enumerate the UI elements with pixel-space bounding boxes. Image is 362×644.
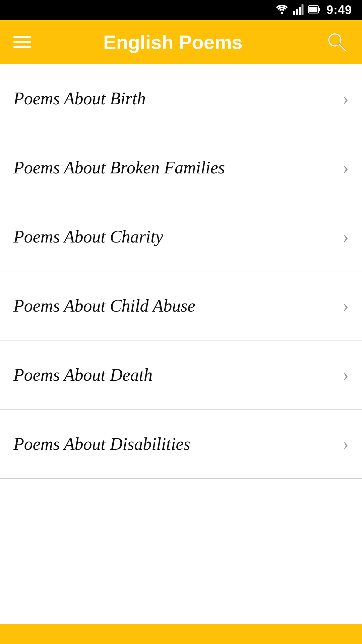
- poem-list: Poems About Birth›Poems About Broken Fam…: [0, 64, 362, 479]
- toolbar: English Poems: [0, 20, 362, 64]
- svg-line-11: [339, 44, 345, 50]
- chevron-right-icon: ›: [343, 297, 349, 315]
- list-item-label: Poems About Charity: [13, 227, 163, 247]
- list-item-label: Poems About Broken Families: [13, 158, 225, 177]
- list-item-label: Poems About Death: [13, 365, 153, 385]
- status-icons: [276, 4, 320, 16]
- list-item-label: Poems About Birth: [13, 89, 146, 108]
- list-item[interactable]: Poems About Child Abuse›: [0, 271, 362, 340]
- list-divider: [0, 478, 362, 479]
- wifi-icon: [276, 4, 288, 16]
- chevron-right-icon: ›: [343, 159, 349, 176]
- bottom-bar: [0, 624, 362, 644]
- battery-icon: [308, 4, 320, 16]
- list-item[interactable]: Poems About Death›: [0, 340, 362, 409]
- svg-rect-2: [296, 9, 298, 15]
- chevron-right-icon: ›: [343, 435, 349, 453]
- list-item[interactable]: Poems About Disabilities›: [0, 410, 362, 478]
- list-item-label: Poems About Disabilities: [13, 434, 190, 454]
- list-item-label: Poems About Child Abuse: [13, 296, 195, 316]
- svg-rect-4: [301, 4, 303, 15]
- toolbar-title: English Poems: [21, 31, 325, 53]
- chevron-right-icon: ›: [343, 228, 349, 246]
- svg-rect-6: [309, 7, 317, 12]
- svg-rect-7: [318, 8, 320, 11]
- list-item[interactable]: Poems About Broken Families›: [0, 133, 362, 202]
- svg-rect-1: [293, 11, 295, 15]
- search-button[interactable]: [325, 30, 349, 54]
- signal-icon: [293, 4, 304, 16]
- status-time: 9:49: [326, 3, 352, 17]
- chevron-right-icon: ›: [343, 90, 349, 107]
- svg-point-0: [281, 12, 283, 14]
- svg-rect-3: [299, 7, 301, 15]
- list-item[interactable]: Poems About Charity›: [0, 202, 362, 271]
- list-item[interactable]: Poems About Birth›: [0, 64, 362, 133]
- chevron-right-icon: ›: [343, 366, 349, 384]
- status-bar: 9:49: [0, 0, 362, 20]
